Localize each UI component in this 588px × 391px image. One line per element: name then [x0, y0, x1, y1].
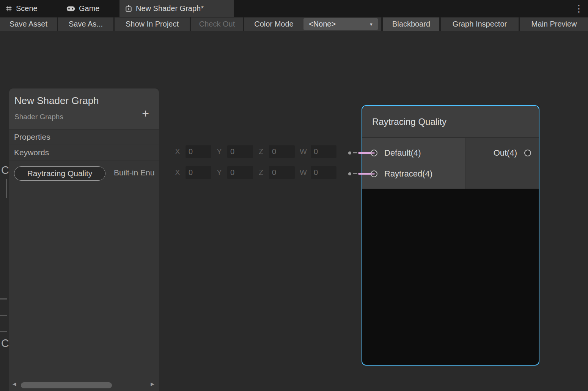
clipped-node-text: C — [1, 164, 9, 177]
raytracing-quality-node[interactable]: Raytracing Quality Default(4) Raytraced(… — [362, 105, 539, 366]
output-port-out-label: Out(4) — [494, 147, 517, 159]
upstream-port-dot[interactable] — [348, 151, 351, 155]
blackboard-header: New Shader Graph Shader Graphs + — [9, 88, 159, 129]
z-label: Z — [258, 168, 264, 177]
color-mode-value: <None> — [309, 20, 336, 28]
input-port-raytraced-label: Raytraced(4) — [384, 167, 432, 180]
check-out-button: Check Out — [191, 17, 243, 31]
input-port-raytraced[interactable] — [371, 170, 377, 177]
chevron-down-icon: ▼ — [369, 22, 373, 27]
properties-section-label: Properties — [14, 132, 50, 142]
save-as-button[interactable]: Save As... — [58, 17, 113, 31]
more-menu-icon[interactable]: ⋮ — [570, 0, 588, 17]
shader-graph-icon — [125, 5, 132, 12]
w-label: W — [300, 168, 306, 177]
scene-grid-icon — [6, 5, 12, 12]
z-value-field[interactable]: 0 — [269, 166, 295, 179]
y-value-field[interactable]: 0 — [227, 145, 253, 158]
w-label: W — [300, 147, 306, 156]
clipped-node-text: C — [1, 337, 9, 350]
tab-shader-graph-label: New Shader Graph* — [136, 4, 204, 13]
graph-inspector-toggle-button[interactable]: Graph Inspector — [441, 17, 519, 31]
keyword-pill-label: Raytracing Quality — [27, 169, 93, 178]
node-input-area — [362, 138, 465, 189]
node-output-area — [465, 138, 539, 189]
blackboard-toggle-button[interactable]: Blackboard — [383, 17, 439, 31]
color-mode-label: Color Mode — [244, 17, 303, 31]
tab-game[interactable]: Game — [61, 0, 105, 17]
gamepad-icon — [66, 6, 75, 11]
vector4-input-row: X 0 Y 0 Z 0 W 0 — [175, 145, 336, 158]
clipped-node-line — [0, 298, 7, 300]
tab-scene-label: Scene — [16, 4, 38, 13]
x-value-field[interactable]: 0 — [186, 166, 211, 179]
node-title: Raytracing Quality — [372, 117, 447, 127]
input-port-default[interactable] — [371, 150, 377, 156]
horizontal-scrollbar-thumb[interactable] — [21, 382, 112, 388]
clipped-node-edge — [6, 179, 7, 198]
vector4-input-row: X 0 Y 0 Z 0 W 0 — [175, 166, 336, 179]
keyword-type-label: Built-in Enu — [114, 168, 154, 177]
w-value-field[interactable]: 0 — [311, 166, 336, 179]
blackboard-title: New Shader Graph — [14, 95, 99, 107]
show-in-project-button[interactable]: Show In Project — [115, 17, 190, 31]
x-label: X — [175, 147, 181, 156]
add-property-button[interactable]: + — [142, 107, 149, 120]
y-value-field[interactable]: 0 — [227, 166, 253, 179]
tab-game-label: Game — [79, 4, 99, 13]
node-preview — [362, 189, 539, 365]
tab-shader-graph[interactable]: New Shader Graph* — [119, 0, 234, 17]
upstream-wire-stub — [353, 152, 357, 153]
unity-editor-window: Scene Game New Shader Graph* ⋮ Save Asse… — [0, 0, 588, 391]
node-header[interactable]: Raytracing Quality — [362, 106, 539, 138]
x-label: X — [175, 168, 181, 177]
keywords-section-label: Keywords — [14, 148, 49, 157]
input-port-default-label: Default(4) — [384, 147, 421, 159]
keyword-row: Raytracing Quality Built-in Enu — [9, 161, 159, 183]
node-port-section — [362, 138, 539, 189]
output-port-out[interactable] — [524, 150, 531, 156]
tab-scene[interactable]: Scene — [0, 0, 43, 17]
y-label: Y — [216, 147, 222, 156]
save-asset-button[interactable]: Save Asset — [0, 17, 57, 31]
scroll-left-icon[interactable]: ◄ — [11, 381, 17, 388]
z-value-field[interactable]: 0 — [269, 145, 295, 158]
clipped-node-line — [0, 315, 7, 316]
w-value-field[interactable]: 0 — [311, 145, 336, 158]
upstream-port-dot[interactable] — [348, 172, 351, 175]
blackboard-panel: New Shader Graph Shader Graphs + Propert… — [9, 88, 159, 391]
color-mode-dropdown[interactable]: <None> ▼ — [303, 18, 378, 30]
x-value-field[interactable]: 0 — [186, 145, 211, 158]
keywords-section-header[interactable]: Keywords — [9, 145, 159, 161]
blackboard-subtitle: Shader Graphs — [14, 113, 63, 121]
y-label: Y — [216, 168, 222, 177]
clipped-node-line — [0, 331, 7, 332]
color-mode-group: Color Mode <None> ▼ — [244, 17, 381, 31]
scroll-right-icon[interactable]: ► — [149, 381, 156, 388]
z-label: Z — [258, 147, 264, 156]
upstream-wire-stub — [353, 173, 357, 174]
keyword-pill-raytracing-quality[interactable]: Raytracing Quality — [14, 166, 105, 181]
tab-bar: Scene Game New Shader Graph* ⋮ — [0, 0, 588, 17]
main-preview-toggle-button[interactable]: Main Preview — [520, 17, 588, 31]
properties-section-header[interactable]: Properties — [9, 129, 159, 145]
